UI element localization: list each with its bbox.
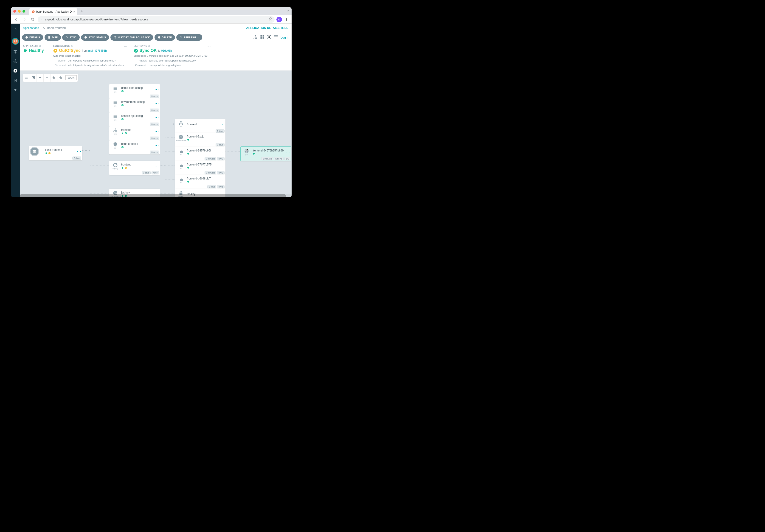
- sidebar-item-filter[interactable]: [13, 87, 18, 93]
- tree-node-configmap[interactable]: cmservice-api-config⋮3 days: [109, 112, 160, 127]
- close-tab-icon[interactable]: ×: [73, 10, 75, 14]
- app-health-panel: APP HEALTH Healthy: [23, 45, 44, 67]
- tree-node-configmap[interactable]: cmenvironment-config⋮3 days: [109, 98, 160, 113]
- node-menu-icon[interactable]: ⋮: [221, 178, 224, 182]
- sidebar-item-settings[interactable]: [13, 59, 18, 64]
- diff-button[interactable]: DIFF: [45, 34, 61, 41]
- tree-node-replicaset[interactable]: rsfrontend-94579b95f⋮2 minutesrev:3: [175, 147, 226, 161]
- fit-icon[interactable]: [30, 74, 37, 82]
- sidebar-item-apps[interactable]: [13, 49, 18, 54]
- profile-avatar[interactable]: D: [277, 17, 282, 22]
- argo-logo-icon[interactable]: [12, 38, 19, 45]
- browser-menu-icon[interactable]: [283, 16, 290, 23]
- check-icon: [121, 146, 124, 149]
- tree-node-deployment[interactable]: deployfrontend⋮3 daysrev:3: [109, 161, 160, 175]
- app-icon: [30, 147, 39, 156]
- zoom-level: 100%: [65, 75, 77, 80]
- sidebar-collapse-icon[interactable]: [13, 26, 18, 32]
- node-menu-icon[interactable]: ⋮: [156, 164, 158, 168]
- node-menu-icon[interactable]: ⋮: [78, 150, 80, 153]
- site-settings-icon: [40, 18, 43, 21]
- sync-button[interactable]: SYNC: [62, 34, 80, 41]
- node-menu-icon[interactable]: ⋮: [156, 102, 158, 105]
- sidebar-item-docs[interactable]: [13, 78, 18, 83]
- pods-view-icon[interactable]: [260, 35, 265, 40]
- configmap-icon: cm: [111, 99, 119, 108]
- toolbar: DETAILS DIFF SYNC SYNC STATUS HISTORY AN…: [20, 32, 292, 42]
- bookmark-icon[interactable]: [269, 17, 272, 22]
- login-link[interactable]: Log in: [281, 36, 289, 39]
- sync-status-button[interactable]: SYNC STATUS: [81, 34, 109, 41]
- tree-node-endpoints[interactable]: epfrontend⋮3 days: [175, 119, 226, 133]
- heart-icon: [45, 152, 48, 155]
- check-icon: [121, 118, 124, 121]
- delete-button[interactable]: DELETE: [155, 34, 175, 41]
- network-view-icon[interactable]: [267, 35, 271, 40]
- node-menu-icon[interactable]: ⋮: [221, 164, 224, 168]
- shield-icon: sa: [111, 141, 119, 150]
- node-menu-icon[interactable]: ⋮: [156, 87, 158, 91]
- node-menu-icon[interactable]: ⋮: [156, 144, 158, 147]
- revision-link[interactable]: 03de98b: [161, 49, 172, 52]
- svg-point-50: [286, 20, 287, 21]
- sync-status-panel: ••• SYNC STATUS OutOfSync from main (978…: [53, 45, 124, 67]
- svg-point-61: [44, 27, 45, 28]
- svg-point-41: [32, 10, 35, 13]
- configmap-icon: cm: [111, 85, 119, 94]
- new-tab-button[interactable]: +: [79, 9, 85, 14]
- tree-node-pod[interactable]: podfrontend-94579b95f-b89lk⋮2 minutesrun…: [241, 147, 291, 161]
- node-menu-icon[interactable]: ⋮: [287, 150, 289, 154]
- zoom-plus-icon[interactable]: +: [37, 74, 44, 82]
- maximize-window-button[interactable]: [23, 10, 25, 13]
- tree-node-service[interactable]: svcfrontend⋮3 days: [109, 126, 160, 141]
- tree-node-configmap[interactable]: cmdemo-data-config⋮3 days: [109, 84, 160, 99]
- browser-window: bank-frontend - Application D × + argocd…: [11, 7, 292, 197]
- tree-node-replicaset[interactable]: rsfrontend-b6b98dfc7⋮3 daysrev:1: [175, 175, 226, 189]
- node-menu-icon[interactable]: ⋮: [221, 150, 224, 154]
- reload-button[interactable]: [29, 16, 36, 23]
- check-icon: [121, 90, 124, 93]
- tree-node-replicaset[interactable]: rsfrontend-77b77c575f⋮3 minutesrev:2: [175, 161, 226, 175]
- svg-point-59: [15, 70, 16, 71]
- sidebar: [11, 24, 20, 197]
- tab-bar: bank-frontend - Application D × +: [11, 7, 292, 15]
- tree-node-serviceaccount[interactable]: sabank-of-holos⋮3 days: [109, 140, 160, 155]
- resource-tree-canvas[interactable]: + − 100%: [20, 71, 292, 198]
- svg-point-43: [34, 11, 34, 12]
- tab-menu-icon[interactable]: [286, 9, 289, 13]
- panel-menu-icon[interactable]: •••: [208, 45, 211, 48]
- minimize-window-button[interactable]: [18, 10, 21, 13]
- status-strip: APP HEALTH Healthy ••• SYNC STATUS OutOf…: [20, 42, 292, 71]
- node-menu-icon[interactable]: ⋮: [221, 122, 224, 126]
- back-button[interactable]: [13, 16, 19, 23]
- zoom-out-icon[interactable]: [57, 74, 64, 82]
- panel-menu-icon[interactable]: •••: [124, 45, 127, 48]
- url-bar: argocd.holos.localhost/applications/argo…: [11, 15, 292, 24]
- breadcrumb: Applications bank-frontend APPLICATION D…: [20, 24, 292, 32]
- heart-icon: [121, 167, 124, 169]
- breadcrumb-root-link[interactable]: Applications: [23, 26, 39, 30]
- node-menu-icon[interactable]: ⋮: [221, 136, 224, 140]
- tree-node-app[interactable]: bank-frontend ⋮ 3 days: [29, 146, 82, 161]
- zoom-in-icon[interactable]: [51, 74, 57, 82]
- revision-link[interactable]: main (978453f): [88, 49, 107, 52]
- horizontal-scrollbar[interactable]: [20, 195, 292, 197]
- node-menu-icon[interactable]: ⋮: [156, 130, 158, 133]
- tree-view-icon[interactable]: [253, 35, 258, 40]
- history-button[interactable]: HISTORY AND ROLLBACK: [110, 34, 153, 41]
- svg-point-47: [42, 20, 42, 20]
- details-button[interactable]: DETAILS: [22, 34, 43, 41]
- sidebar-item-user[interactable]: [13, 68, 18, 74]
- node-menu-icon[interactable]: ⋮: [156, 116, 158, 119]
- browser-tab[interactable]: bank-frontend - Application D ×: [29, 8, 77, 15]
- svg-point-42: [33, 11, 33, 12]
- service-icon: svc: [111, 127, 119, 136]
- layout-h-icon[interactable]: [23, 74, 30, 82]
- zoom-minus-icon[interactable]: −: [44, 74, 51, 82]
- url-input[interactable]: argocd.holos.localhost/applications/argo…: [38, 16, 275, 23]
- refresh-button[interactable]: REFRESH▼: [176, 34, 202, 41]
- list-view-icon[interactable]: [274, 35, 278, 40]
- tree-node-endpointslice[interactable]: endpointslicefrontend-9zvjd⋮3 days: [175, 133, 226, 147]
- forward-button[interactable]: [21, 16, 28, 23]
- close-window-button[interactable]: [13, 10, 16, 13]
